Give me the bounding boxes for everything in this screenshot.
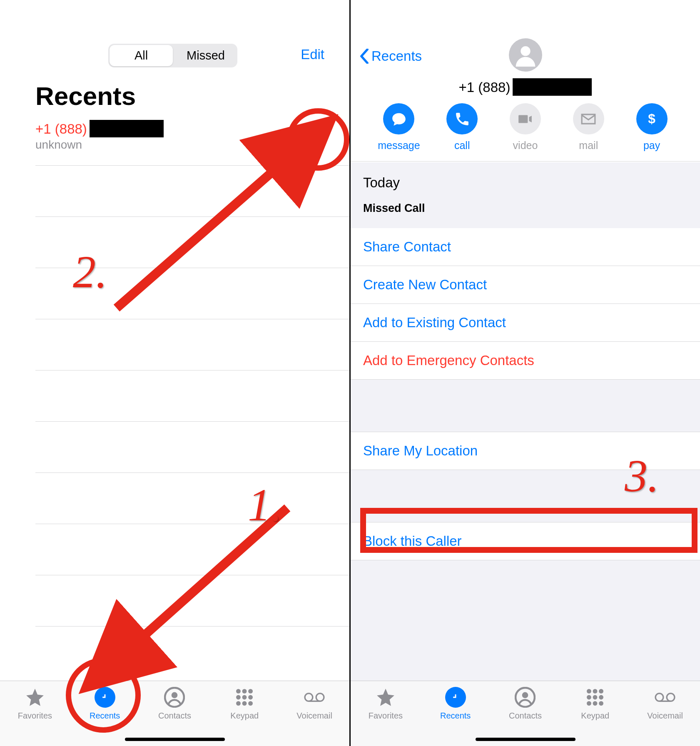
tab-voicemail[interactable]: Voicemail xyxy=(634,687,696,746)
video-button: video xyxy=(502,103,548,152)
missed-call-label: Missed Call xyxy=(363,202,425,215)
action-label: video xyxy=(513,139,538,152)
svg-point-19 xyxy=(593,689,598,694)
svg-point-12 xyxy=(316,694,324,701)
tab-label: Keypad xyxy=(230,711,259,721)
person-circle-icon xyxy=(515,687,536,708)
dollar-icon: $ xyxy=(636,103,668,134)
svg-point-8 xyxy=(236,701,241,706)
tab-contacts[interactable]: Contacts xyxy=(143,687,206,746)
svg-point-2 xyxy=(236,689,241,694)
action-label: call xyxy=(454,139,470,152)
empty-list xyxy=(35,166,349,627)
person-icon xyxy=(514,43,537,67)
share-contact-button[interactable]: Share Contact xyxy=(351,228,700,266)
svg-point-17 xyxy=(522,692,528,699)
tab-label: Favorites xyxy=(18,711,52,721)
tab-label: Voicemail xyxy=(296,711,332,721)
tab-bar: Favorites Recents Contacts Keypad xyxy=(0,681,349,746)
recent-call-row[interactable]: +1 (888) unknown i xyxy=(35,120,349,166)
star-icon xyxy=(25,687,45,708)
tab-label: Contacts xyxy=(158,711,191,721)
svg-point-6 xyxy=(242,695,247,700)
phone-icon xyxy=(446,103,478,134)
actions-list: Share Contact Create New Contact Add to … xyxy=(351,228,700,560)
tab-label: Favorites xyxy=(369,711,403,721)
svg-text:$: $ xyxy=(648,111,655,126)
tab-recents[interactable]: Recents xyxy=(74,687,136,746)
tab-keypad[interactable]: Keypad xyxy=(213,687,276,746)
edit-button[interactable]: Edit xyxy=(301,47,324,62)
action-label: mail xyxy=(579,139,598,152)
contact-phone: +1 (888) xyxy=(459,78,592,96)
video-icon xyxy=(510,103,541,134)
svg-point-5 xyxy=(236,695,241,700)
avatar xyxy=(509,38,542,72)
tab-label: Voicemail xyxy=(647,711,683,721)
svg-point-26 xyxy=(599,701,603,706)
svg-point-1 xyxy=(172,692,178,699)
person-circle-icon xyxy=(164,687,185,708)
share-location-button[interactable]: Share My Location xyxy=(351,432,700,470)
home-indicator[interactable] xyxy=(476,738,575,741)
chevron-left-icon xyxy=(360,49,369,64)
svg-point-7 xyxy=(248,695,253,700)
redacted-number xyxy=(90,120,164,137)
home-indicator[interactable] xyxy=(125,738,225,741)
recents-screen: All Missed Edit Recents +1 (888) unknown… xyxy=(0,0,349,746)
svg-point-9 xyxy=(242,701,247,706)
segment-all[interactable]: All xyxy=(110,45,173,66)
segmented-control: All Missed xyxy=(108,44,237,67)
tab-label: Contacts xyxy=(509,711,542,721)
action-row: message call video mail $ pay xyxy=(351,103,700,162)
today-label: Today xyxy=(363,175,400,191)
add-emergency-contact-button[interactable]: Add to Emergency Contacts xyxy=(351,342,700,380)
svg-point-10 xyxy=(248,701,253,706)
add-existing-contact-button[interactable]: Add to Existing Contact xyxy=(351,304,700,342)
voicemail-icon xyxy=(304,687,325,708)
page-title: Recents xyxy=(35,81,136,111)
svg-point-11 xyxy=(305,694,313,701)
mail-button: mail xyxy=(565,103,611,152)
action-label: message xyxy=(378,139,420,152)
keypad-icon xyxy=(234,687,255,708)
keypad-icon xyxy=(585,687,605,708)
star-icon xyxy=(375,687,396,708)
clock-icon xyxy=(95,687,115,708)
pay-button[interactable]: $ pay xyxy=(629,103,675,152)
message-button[interactable]: message xyxy=(376,103,422,152)
svg-point-4 xyxy=(248,689,253,694)
tab-label: Keypad xyxy=(581,711,609,721)
mail-icon xyxy=(573,103,604,134)
block-caller-button[interactable]: Block this Caller xyxy=(351,522,700,560)
tab-keypad[interactable]: Keypad xyxy=(564,687,626,746)
redacted-number xyxy=(513,78,592,96)
voicemail-icon xyxy=(655,687,675,708)
message-icon xyxy=(383,103,414,134)
svg-point-21 xyxy=(587,695,591,700)
clock-icon xyxy=(445,687,466,708)
action-label: pay xyxy=(643,139,660,152)
info-icon: i xyxy=(306,129,309,144)
tab-contacts[interactable]: Contacts xyxy=(494,687,556,746)
segment-missed[interactable]: Missed xyxy=(174,44,237,67)
tab-favorites[interactable]: Favorites xyxy=(4,687,66,746)
create-new-contact-button[interactable]: Create New Contact xyxy=(351,266,700,304)
svg-point-23 xyxy=(599,695,603,700)
tab-label: Recents xyxy=(440,711,471,721)
svg-point-20 xyxy=(599,689,603,694)
tab-label: Recents xyxy=(90,711,120,721)
back-button[interactable]: Recents xyxy=(360,48,422,64)
info-button[interactable]: i xyxy=(299,127,317,146)
svg-point-14 xyxy=(521,46,530,56)
svg-point-28 xyxy=(667,694,675,701)
call-button[interactable]: call xyxy=(439,103,485,152)
tab-voicemail[interactable]: Voicemail xyxy=(283,687,346,746)
svg-point-18 xyxy=(587,689,591,694)
tab-favorites[interactable]: Favorites xyxy=(354,687,417,746)
back-label: Recents xyxy=(371,48,422,64)
tab-bar: Favorites Recents Contacts Keypad Voicem… xyxy=(351,681,700,746)
svg-point-3 xyxy=(242,689,247,694)
svg-point-25 xyxy=(593,701,598,706)
tab-recents[interactable]: Recents xyxy=(424,687,487,746)
